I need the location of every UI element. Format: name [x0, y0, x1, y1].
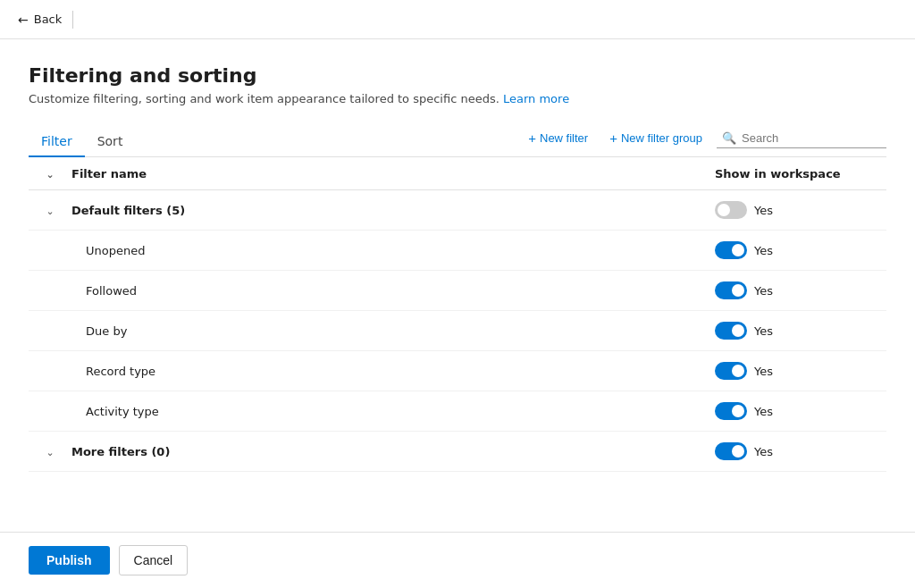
filter-name: Unopened — [64, 231, 708, 271]
sort-chevron-icon: ⌄ — [46, 169, 54, 181]
toggle-switch[interactable] — [715, 322, 747, 340]
toolbar-actions: + New filter + New filter group 🔍 — [521, 127, 886, 156]
toggle-slider — [715, 442, 747, 460]
toggle-switch[interactable] — [715, 241, 747, 259]
back-label: Back — [34, 13, 63, 26]
toggle-slider — [715, 201, 747, 219]
table-row: UnopenedYes — [29, 231, 886, 271]
top-nav: ← Back — [0, 0, 915, 39]
nav-divider — [72, 11, 73, 29]
table-row: ⌄More filters (0)Yes — [29, 432, 886, 472]
toggle-switch[interactable] — [715, 201, 747, 219]
filter-name: Due by — [64, 311, 708, 351]
row-chevron[interactable]: ⌄ — [29, 190, 64, 231]
toggle-container: Yes — [715, 322, 879, 340]
cancel-button[interactable]: Cancel — [119, 545, 189, 575]
group-name: More filters (0) — [64, 432, 708, 472]
page-title: Filtering and sorting — [29, 64, 886, 87]
toggle-switch[interactable] — [715, 402, 747, 420]
group-chevron-icon[interactable]: ⌄ — [46, 206, 54, 217]
row-chevron — [29, 271, 64, 311]
filter-name: Record type — [64, 351, 708, 391]
show-in-workspace-cell: Yes — [708, 231, 886, 271]
tab-filter[interactable]: Filter — [29, 127, 85, 157]
toggle-label: Yes — [754, 365, 773, 378]
toggle-switch[interactable] — [715, 362, 747, 380]
toggle-label: Yes — [754, 284, 773, 298]
toggle-container: Yes — [715, 281, 879, 299]
toggle-container: Yes — [715, 402, 879, 420]
group-chevron-icon[interactable]: ⌄ — [46, 447, 54, 458]
page-content: Filtering and sorting Customize filterin… — [0, 39, 915, 472]
show-in-workspace-cell: Yes — [708, 351, 886, 391]
back-arrow-icon: ← — [18, 13, 29, 27]
row-chevron — [29, 311, 64, 351]
page-subtitle: Customize filtering, sorting and work it… — [29, 92, 886, 105]
toggle-slider — [715, 322, 747, 340]
learn-more-link[interactable]: Learn more — [503, 92, 569, 105]
toggle-container: Yes — [715, 362, 879, 380]
table-row: FollowedYes — [29, 271, 886, 311]
plus-icon: + — [528, 130, 536, 146]
table-header-row: ⌄ Filter name Show in workspace — [29, 157, 886, 190]
toggle-container: Yes — [715, 201, 879, 219]
toggle-label: Yes — [754, 244, 773, 257]
toggle-label: Yes — [754, 204, 773, 217]
th-filter-name: Filter name — [64, 157, 708, 190]
show-in-workspace-cell: Yes — [708, 432, 886, 472]
row-chevron — [29, 231, 64, 271]
toggle-slider — [715, 362, 747, 380]
filter-name: Followed — [64, 271, 708, 311]
toggle-label: Yes — [754, 405, 773, 418]
th-show-in-workspace: Show in workspace — [708, 157, 886, 190]
toggle-switch[interactable] — [715, 442, 747, 460]
tabs-bar: Filter Sort + New filter + New filter gr… — [29, 127, 886, 157]
search-input[interactable] — [742, 131, 881, 145]
search-box: 🔍 — [717, 129, 886, 148]
toggle-slider — [715, 402, 747, 420]
th-expand: ⌄ — [29, 157, 64, 190]
back-button[interactable]: ← Back — [18, 13, 62, 27]
page-footer: Publish Cancel — [0, 532, 915, 588]
group-name: Default filters (5) — [64, 190, 708, 231]
new-filter-button[interactable]: + New filter — [521, 127, 595, 149]
toggle-container: Yes — [715, 442, 879, 460]
tab-sort[interactable]: Sort — [85, 127, 136, 157]
toggle-slider — [715, 241, 747, 259]
row-chevron[interactable]: ⌄ — [29, 432, 64, 472]
table-row: Due byYes — [29, 311, 886, 351]
show-in-workspace-cell: Yes — [708, 391, 886, 432]
row-chevron — [29, 351, 64, 391]
filter-name: Activity type — [64, 391, 708, 432]
table-row: Record typeYes — [29, 351, 886, 391]
show-in-workspace-cell: Yes — [708, 271, 886, 311]
new-filter-group-button[interactable]: + New filter group — [602, 127, 709, 149]
plus-icon-group: + — [609, 130, 617, 146]
filter-table: ⌄ Filter name Show in workspace ⌄Default… — [29, 157, 886, 472]
toggle-slider — [715, 281, 747, 299]
publish-button[interactable]: Publish — [29, 546, 110, 575]
search-icon: 🔍 — [722, 131, 736, 145]
table-row: ⌄Default filters (5)Yes — [29, 190, 886, 231]
toggle-label: Yes — [754, 445, 773, 458]
toggle-switch[interactable] — [715, 281, 747, 299]
toggle-label: Yes — [754, 324, 773, 338]
row-chevron — [29, 391, 64, 432]
toggle-container: Yes — [715, 241, 879, 259]
show-in-workspace-cell: Yes — [708, 190, 886, 231]
table-row: Activity typeYes — [29, 391, 886, 432]
show-in-workspace-cell: Yes — [708, 311, 886, 351]
